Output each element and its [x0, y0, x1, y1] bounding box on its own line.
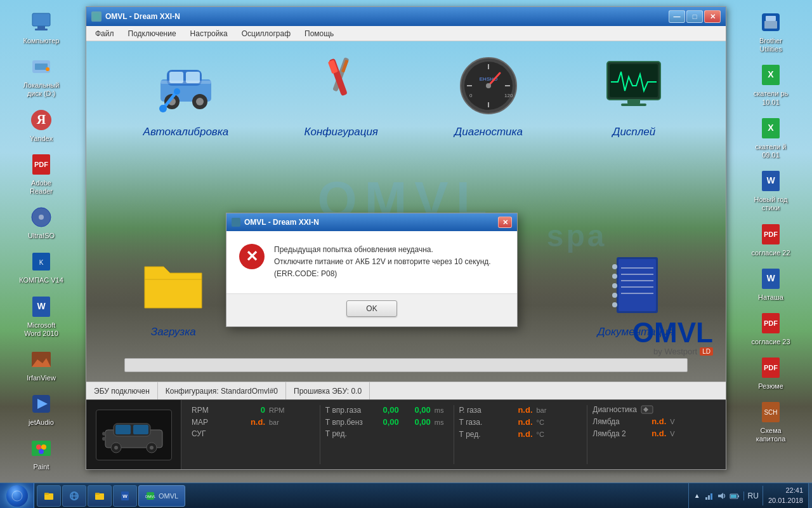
diag-item[interactable]: EHSHO 0 120 Диагностика	[454, 51, 523, 138]
window-controls: — □ ✕	[669, 10, 721, 23]
data-col-1: RPM 0 RPM MAP n.d. bar СУГ	[187, 405, 320, 464]
dialog-error-icon: ✕	[239, 244, 265, 269]
desktop-icon-jetaudio[interactable]: jetAudio	[16, 388, 67, 430]
dialog-ok-button[interactable]: OK	[346, 300, 397, 317]
desktop-icon-excel1[interactable]: X скатели рь 10.01	[745, 59, 796, 109]
maximize-button[interactable]: □	[686, 10, 703, 23]
dialog-footer: OK	[226, 293, 517, 326]
config-item[interactable]: Конфигурация	[304, 51, 378, 138]
omvl-logo-area: OMVL by Westport LD	[632, 319, 713, 356]
kompas-label: КОМПАС V14	[19, 276, 63, 284]
desktop-icon-brother[interactable]: Brother Utilities	[745, 6, 796, 57]
svg-text:OMVL: OMVL	[145, 495, 155, 498]
natasha-icon: W	[758, 266, 783, 291]
desktop-icon-word[interactable]: W Microsoft Word 2010	[16, 291, 67, 341]
schema-icon: SCH	[758, 399, 783, 425]
autocalib-label: Автокалибровка	[143, 126, 229, 138]
desktop-icon-resume[interactable]: PDF Резюме	[745, 352, 796, 394]
desktop-icon-adobe[interactable]: PDF Adobe Reader	[16, 149, 67, 199]
window-title-icon	[91, 11, 102, 22]
tray-icon-1: ▲	[693, 492, 702, 499]
svg-text:Я: Я	[37, 112, 46, 126]
ultraiso-icon	[29, 204, 54, 230]
desktop-icons-right: Brother Utilities X скатели рь 10.01 X с…	[730, 0, 812, 453]
clock-area[interactable]: 22:41 20.01.2018	[763, 486, 808, 505]
language-indicator[interactable]: RU	[743, 491, 763, 500]
dialog-close-button[interactable]: ✕	[498, 217, 512, 228]
resume-label: Резюме	[758, 382, 783, 391]
svg-point-87	[486, 83, 491, 88]
main-content: OMVL spa	[86, 41, 726, 382]
taskbar-item-ie[interactable]	[62, 485, 86, 507]
start-button[interactable]	[0, 483, 34, 509]
newyear-label: Новый год стихи	[749, 196, 793, 212]
ultraiso-label: UltraISO	[28, 232, 55, 240]
data-columns: RPM 0 RPM MAP n.d. bar СУГ	[181, 400, 726, 469]
menu-bar: Файл Подключение Настройка Осциллограф П…	[86, 26, 726, 41]
desktop-icon-schema[interactable]: SCH Схема капитола	[745, 396, 796, 446]
taskbar-item-word[interactable]: W	[113, 485, 137, 507]
svg-rect-2	[37, 26, 45, 29]
taskbar-item-omvl[interactable]: OMVL OMVL	[138, 485, 185, 507]
config-icon	[306, 51, 376, 121]
agree23-icon: PDF	[758, 311, 783, 336]
icons-top-row: Автокалибровка Конфигура	[86, 51, 726, 138]
svg-rect-130	[705, 497, 707, 500]
svg-point-74	[174, 88, 180, 95]
taskbar-item-folder[interactable]	[88, 485, 112, 507]
menu-help[interactable]: Помощь	[298, 28, 340, 39]
svg-rect-45	[766, 16, 776, 21]
show-desktop-button[interactable]	[808, 483, 812, 509]
dialog-title-icon	[232, 218, 240, 227]
schema-label: Схема капитола	[749, 427, 793, 443]
menu-file[interactable]: Файл	[89, 28, 121, 39]
paint-label: Paint	[33, 463, 49, 471]
menu-oscillograph[interactable]: Осциллограф	[235, 28, 297, 39]
desktop-icon-excel2[interactable]: X скатели й 09.01	[745, 112, 796, 163]
desktop-icon-newyear[interactable]: W Новый год стихи	[745, 165, 796, 215]
desktop-icon-computer[interactable]: Компьютер	[16, 6, 67, 48]
dialog-box: OMVL - Dream XXI-N ✕ ✕ Предыдущая попытк…	[226, 213, 518, 327]
yandex-label: Yandex	[30, 135, 53, 143]
desktop-icons-left: Компьютер Локальный диск (D:) Я Yandex P…	[0, 0, 82, 508]
main-window: OMVL - Dream XXI-N — □ ✕ Файл Подключени…	[86, 6, 726, 470]
close-button[interactable]: ✕	[704, 10, 721, 23]
desktop-icon-natasha[interactable]: W Наташа	[745, 263, 796, 305]
download-label: Загрузка	[151, 326, 196, 338]
desktop-icon-agree22[interactable]: PDF согласие 22	[745, 218, 796, 260]
data-row-tinj-gas: Т впр.газа 0,00 0,00 ms	[325, 405, 449, 415]
desktop-icon-agree23[interactable]: PDF согласие 23	[745, 307, 796, 349]
kompas-icon: K	[29, 249, 54, 274]
download-item[interactable]: Загрузка	[138, 251, 208, 338]
svg-point-103	[612, 283, 617, 288]
status-firmware: Прошивка ЭБУ: 0.0	[286, 382, 370, 399]
svg-text:PDF: PDF	[764, 364, 778, 371]
data-row-lambda2: Лямбда 2 n.d. V	[593, 429, 716, 438]
svg-point-101	[612, 264, 617, 269]
display-item[interactable]: Дисплей	[599, 51, 669, 138]
desktop-icon-drive[interactable]: Локальный диск (D:)	[16, 51, 67, 101]
desktop-icon-irfan[interactable]: IrfanView	[16, 344, 67, 385]
irfan-label: IrfanView	[27, 374, 56, 382]
yandex-icon: Я	[29, 107, 54, 133]
desktop-icon-yandex[interactable]: Я Yandex	[16, 104, 67, 146]
svg-rect-5	[35, 64, 48, 70]
network-icon	[704, 491, 714, 501]
autocalib-item[interactable]: Автокалибровка	[143, 51, 229, 138]
menu-settings[interactable]: Настройка	[184, 28, 234, 39]
resume-icon: PDF	[758, 355, 783, 380]
minimize-button[interactable]: —	[669, 10, 685, 23]
data-row-sug: СУГ	[192, 429, 315, 438]
taskbar-item-explorer[interactable]	[37, 485, 61, 507]
desktop-icon-paint[interactable]: Paint	[16, 432, 67, 474]
menu-connect[interactable]: Подключение	[122, 28, 183, 39]
svg-point-70	[196, 98, 204, 105]
desktop-icon-ultraiso[interactable]: UltraISO	[16, 201, 67, 243]
dialog-title-text: OMVL - Dream XXI-N	[244, 218, 494, 227]
data-row-p-gas: Р. газа n.d. bar	[459, 405, 582, 415]
dialog-message: Предыдущая попытка обновления неудачна. …	[274, 244, 491, 281]
autocalib-icon	[151, 51, 221, 121]
desktop-icon-kompas[interactable]: K КОМПАС V14	[16, 246, 67, 288]
agree22-label: согласие 22	[751, 249, 790, 257]
data-row-diag-header: Диагностика	[593, 405, 716, 414]
